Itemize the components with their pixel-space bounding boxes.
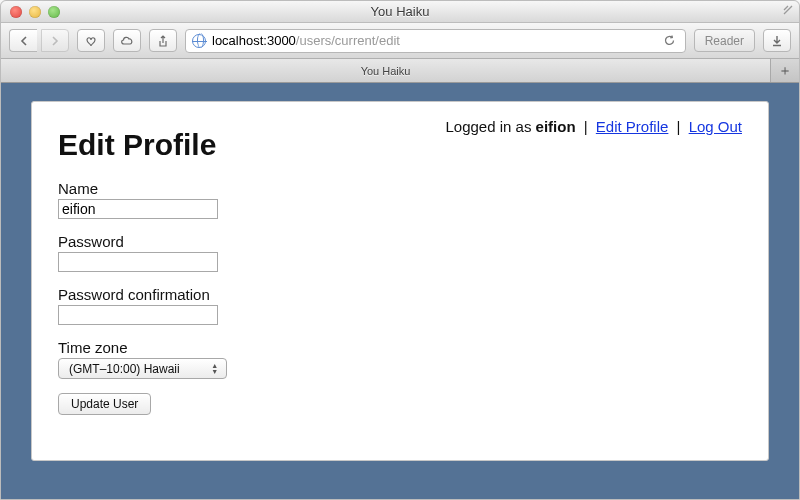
timezone-label: Time zone [58, 339, 742, 356]
tab-bar: You Haiku ＋ [1, 59, 799, 83]
browser-window: You Haiku localhost:3000/users/current/e… [0, 0, 800, 500]
page-content: Logged in as eifion | Edit Profile | Log… [31, 101, 769, 461]
url-path: /users/current/edit [296, 33, 400, 48]
downloads-icon[interactable] [763, 29, 791, 52]
chevron-up-down-icon: ▲▼ [210, 363, 220, 374]
timezone-selected-value: (GMT–10:00) Hawaii [69, 362, 180, 376]
tab-active[interactable]: You Haiku [1, 59, 771, 82]
icloud-icon[interactable] [113, 29, 141, 52]
site-globe-icon [192, 34, 206, 48]
password-confirmation-label: Password confirmation [58, 286, 742, 303]
update-user-button[interactable]: Update User [58, 393, 151, 415]
fullscreen-icon[interactable] [783, 5, 793, 17]
timezone-select[interactable]: (GMT–10:00) Hawaii ▲▼ [58, 358, 227, 379]
close-icon[interactable] [10, 6, 22, 18]
new-tab-button[interactable]: ＋ [771, 59, 799, 82]
address-bar[interactable]: localhost:3000/users/current/edit [185, 29, 686, 53]
forward-button[interactable] [41, 29, 69, 52]
logged-in-prefix: Logged in as [446, 118, 536, 135]
back-button[interactable] [9, 29, 37, 52]
password-label: Password [58, 233, 742, 250]
name-field[interactable] [58, 199, 218, 219]
edit-profile-link[interactable]: Edit Profile [596, 118, 669, 135]
page-viewport: Logged in as eifion | Edit Profile | Log… [1, 83, 799, 499]
reading-list-icon[interactable] [77, 29, 105, 52]
window-titlebar: You Haiku [1, 1, 799, 23]
user-status-bar: Logged in as eifion | Edit Profile | Log… [446, 118, 743, 135]
url-host: localhost:3000 [212, 33, 296, 48]
logout-link[interactable]: Log Out [689, 118, 742, 135]
name-label: Name [58, 180, 742, 197]
zoom-icon[interactable] [48, 6, 60, 18]
window-title: You Haiku [1, 4, 799, 19]
password-confirmation-field[interactable] [58, 305, 218, 325]
minimize-icon[interactable] [29, 6, 41, 18]
traffic-lights [10, 6, 60, 18]
share-icon[interactable] [149, 29, 177, 52]
browser-toolbar: localhost:3000/users/current/edit Reader [1, 23, 799, 59]
logged-in-username: eifion [536, 118, 576, 135]
password-field[interactable] [58, 252, 218, 272]
reader-button[interactable]: Reader [694, 29, 755, 52]
reload-icon[interactable] [661, 32, 679, 50]
